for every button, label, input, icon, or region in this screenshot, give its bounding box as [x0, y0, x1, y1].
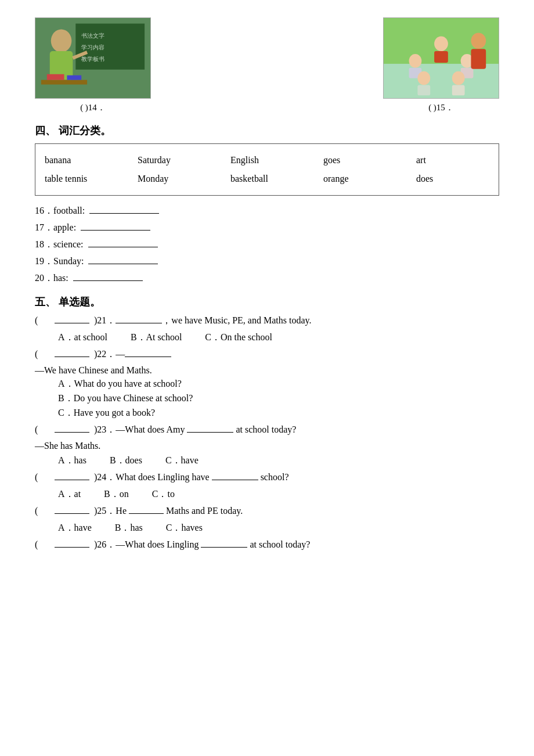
q19: 19．Sunday:	[35, 255, 499, 268]
q21-paren: (	[35, 315, 52, 326]
q26: ( )26．—What does Lingling at school toda…	[35, 539, 499, 551]
vocab-row-1: banana Saturday English goes art	[45, 151, 489, 170]
q25-paren: (	[35, 506, 52, 516]
vocab-goes: goes	[323, 151, 381, 170]
q23: ( )23．—What does Amy at school today?	[35, 424, 499, 436]
svg-rect-10	[67, 75, 81, 80]
q17: 17．apple:	[35, 222, 499, 234]
caption-15: ( )15．	[428, 102, 454, 113]
q25-text: )25．He Maths and PE today.	[94, 506, 243, 516]
svg-point-5	[51, 30, 72, 53]
svg-rect-22	[452, 85, 465, 96]
q22-optB: B．Do you have Chinese at school?	[58, 393, 499, 405]
svg-rect-12	[384, 64, 499, 98]
vocab-does: does	[416, 170, 474, 188]
image-block-14: 书法文字 学习内容 教学板书 ( )14．	[35, 17, 151, 113]
q23-text: )23．—What does Amy at school today?	[94, 424, 296, 434]
q23-options: A．has B．does C．have	[58, 455, 499, 467]
svg-text:书法文字: 书法文字	[81, 33, 104, 39]
q21-answer-blank	[55, 323, 89, 323]
q19-blank	[88, 264, 158, 264]
svg-point-21	[452, 71, 465, 85]
vocab-row-2: table tennis Monday basketball orange do…	[45, 170, 489, 188]
q20: 20．has:	[35, 272, 499, 285]
svg-rect-9	[47, 74, 64, 80]
svg-text:学习内容: 学习内容	[81, 44, 104, 51]
vocab-banana: banana	[45, 151, 103, 170]
q22-options: A．What do you have at school? B．Do you h…	[58, 378, 499, 419]
q24-text: )24．What does Lingling have school?	[94, 472, 289, 482]
q21: ( )21．，we have Music, PE, and Maths toda…	[35, 315, 499, 327]
vocab-monday: Monday	[138, 170, 196, 188]
q20-blank	[73, 280, 143, 281]
svg-point-15	[409, 54, 422, 68]
q22-text: )22．—	[94, 349, 171, 359]
vocab-english: English	[230, 151, 288, 170]
q24-optA: A．at	[58, 488, 81, 501]
svg-point-19	[417, 71, 430, 85]
vocab-saturday: Saturday	[138, 151, 196, 170]
vocab-basketball: basketball	[230, 170, 288, 188]
q26-text: )26．—What does Lingling at school today?	[94, 539, 310, 549]
section5-title: 五、 单选题。	[35, 295, 499, 309]
q18-blank	[88, 247, 158, 247]
q23-extra: —She has Maths.	[35, 441, 499, 451]
svg-point-13	[434, 36, 448, 51]
q22-optA: A．What do you have at school?	[58, 378, 499, 390]
q26-paren: (	[35, 539, 52, 550]
q25-optC: C．haves	[166, 522, 203, 534]
svg-rect-24	[471, 49, 486, 69]
images-section: 书法文字 学习内容 教学板书 ( )14．	[35, 17, 499, 113]
q24-optB: B．on	[104, 488, 129, 501]
vocab-tabletennis: table tennis	[45, 170, 103, 188]
vocab-box: banana Saturday English goes art table t…	[35, 143, 499, 196]
q24: ( )24．What does Lingling have school?	[35, 471, 499, 484]
q23-answer-blank	[55, 432, 89, 433]
q23-optC: C．have	[165, 455, 199, 467]
q22: ( )22．—	[35, 348, 499, 361]
caption-14: ( )14．	[80, 102, 106, 113]
q17-blank	[81, 230, 150, 231]
q21-options: A．at school B．At school C．On the school	[58, 332, 499, 344]
svg-rect-14	[434, 51, 448, 63]
q21-optA: A．at school	[58, 332, 107, 344]
q25-optB: B．has	[115, 522, 143, 534]
q25-optA: A．have	[58, 522, 92, 534]
q23-optA: A．has	[58, 455, 86, 467]
q23-optB: B．does	[110, 455, 142, 467]
svg-point-23	[471, 33, 486, 49]
svg-rect-8	[41, 80, 87, 85]
q16: 16．football:	[35, 205, 499, 217]
svg-rect-20	[417, 85, 430, 96]
q23-paren: (	[35, 424, 52, 435]
image-block-15: ( )15．	[383, 17, 499, 113]
q22-optC: C．Have you got a book?	[58, 407, 499, 419]
q25-options: A．have B．has C．haves	[58, 522, 499, 534]
q25-answer-blank	[55, 513, 89, 514]
q24-optC: C．to	[152, 488, 175, 501]
q24-answer-blank	[55, 480, 89, 480]
q22-extra: —We have Chinese and Maths.	[35, 365, 499, 376]
q21-optB: B．At school	[131, 332, 182, 344]
vocab-art: art	[416, 151, 474, 170]
q25: ( )25．He Maths and PE today.	[35, 505, 499, 517]
image-15	[383, 17, 499, 99]
q18: 18．science:	[35, 239, 499, 251]
q21-text: )21．，we have Music, PE, and Maths today.	[94, 315, 311, 325]
q22-answer-blank	[55, 357, 89, 357]
image-14: 书法文字 学习内容 教学板书	[35, 17, 151, 99]
vocab-orange: orange	[323, 170, 381, 188]
q24-options: A．at B．on C．to	[58, 488, 499, 501]
q22-paren: (	[35, 349, 52, 359]
q21-optC: C．On the school	[205, 332, 272, 344]
svg-text:教学板书: 教学板书	[81, 56, 104, 62]
q26-answer-blank	[55, 547, 89, 548]
section4-title: 四、 词汇分类。	[35, 124, 499, 138]
q16-blank	[89, 213, 159, 214]
q24-paren: (	[35, 472, 52, 483]
